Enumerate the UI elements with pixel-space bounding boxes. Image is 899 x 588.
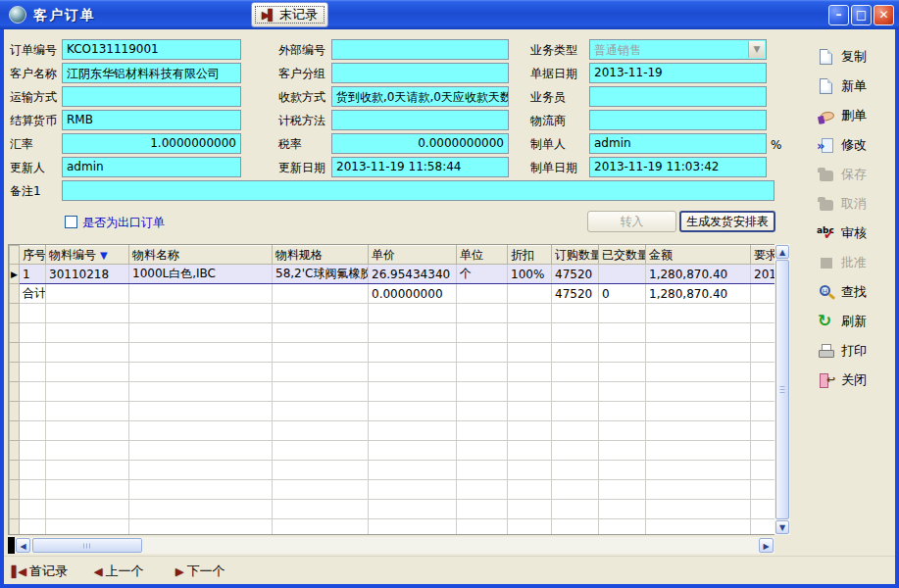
previous-record-icon: ◀ <box>94 565 100 578</box>
close-form-button[interactable]: ↩ 关闭 <box>817 368 895 393</box>
empty-row <box>10 461 776 480</box>
scroll-left-icon[interactable]: ◀ <box>16 538 30 553</box>
audit-button[interactable]: abc✔ 审核 <box>817 220 895 246</box>
logistics-field[interactable] <box>589 110 767 130</box>
new-doc-icon <box>817 77 836 96</box>
close-button[interactable]: ✕ <box>874 5 894 25</box>
table-row[interactable]: ▶ 1 30110218 1000L白色,IBC 58,2'C球阀氟橡胶 26.… <box>10 265 776 284</box>
chevron-down-icon[interactable]: ▼ <box>748 41 765 58</box>
cell-required[interactable]: 201 <box>751 265 776 284</box>
copy-button[interactable]: 复制 <box>817 44 895 70</box>
order-no-field[interactable]: KCO131119001 <box>62 39 241 60</box>
exchange-rate-field[interactable]: 1.0000000000 <box>62 133 241 154</box>
salesperson-field[interactable] <box>589 86 767 107</box>
horizontal-scroll-thumb[interactable] <box>32 538 142 553</box>
percent-label: % <box>771 138 781 152</box>
field-label: 更新日期 <box>278 160 325 176</box>
empty-row <box>10 480 776 500</box>
minimize-button[interactable]: – <box>828 5 849 25</box>
col-header-unit[interactable]: 单位 <box>457 246 508 265</box>
audit-icon: abc✔ <box>817 224 836 243</box>
nav-next-record[interactable]: ▶ 下一个 <box>175 560 225 583</box>
document-date-field[interactable]: 2013-11-19 <box>589 63 767 83</box>
field-label: 运输方式 <box>10 89 57 106</box>
scrollbar-stub <box>8 537 15 554</box>
cell-unit-price[interactable]: 26.95434340 <box>369 265 457 284</box>
maximize-button[interactable]: □ <box>851 5 872 25</box>
business-type-value: 普通销售 <box>594 43 641 57</box>
creator-field[interactable]: admin <box>589 133 767 154</box>
field-label: 税率 <box>278 136 302 153</box>
export-order-label: 是否为出口订单 <box>82 215 165 231</box>
col-header-delivered-qty[interactable]: 已交数量 <box>599 246 646 265</box>
cell-seq[interactable]: 1 <box>20 265 46 284</box>
export-order-checkbox[interactable] <box>65 216 77 228</box>
col-header-discount[interactable]: 折扣 <box>508 246 552 265</box>
col-header-material-spec[interactable]: 物料规格 <box>273 246 369 265</box>
vertical-scroll-thumb[interactable] <box>775 260 789 519</box>
horizontal-scrollbar[interactable]: ◀ ▶ <box>8 537 774 554</box>
copy-icon <box>817 48 836 67</box>
cell-material-code[interactable]: 30110218 <box>46 265 129 284</box>
updater-field[interactable]: admin <box>62 157 241 177</box>
col-header-order-qty[interactable]: 订购数量 <box>552 246 599 265</box>
refresh-button[interactable]: ↻ 刷新 <box>817 309 895 334</box>
cell-material-spec[interactable]: 58,2'C球阀氟橡胶 <box>273 265 369 284</box>
save-icon <box>817 166 836 184</box>
col-header-material-code[interactable]: 物料编号▼ <box>46 246 129 265</box>
cell-material-name[interactable]: 1000L白色,IBC <box>129 265 273 284</box>
col-header-required[interactable]: 要求 <box>751 246 776 265</box>
nav-last-record-button[interactable]: ▶▌ 末记录 <box>251 2 328 27</box>
print-button[interactable]: 打印 <box>817 338 895 364</box>
search-icon: H <box>817 283 836 302</box>
cell-order-qty[interactable]: 47520 <box>552 265 599 284</box>
nav-previous-record[interactable]: ◀ 上一个 <box>94 560 143 583</box>
tax-rate-field[interactable]: 0.0000000000 <box>331 133 509 154</box>
cell-amount[interactable]: 1,280,870.40 <box>646 265 751 284</box>
col-header-unit-price[interactable]: 单价 <box>369 246 457 265</box>
title-bar: 客户订单 – □ ✕ <box>0 0 899 29</box>
cancel-button: 取消 <box>817 191 895 217</box>
cell-discount[interactable]: 100% <box>508 265 552 284</box>
modify-button[interactable]: » 修改 <box>817 132 895 158</box>
transport-mode-field[interactable] <box>62 86 241 107</box>
field-label: 结算货币 <box>10 113 57 129</box>
customer-name-field[interactable]: 江阴东华铝材料科技有限公司 <box>62 63 241 83</box>
field-label: 计税方法 <box>278 113 325 129</box>
grid-header-row: 序号 物料编号▼ 物料名称 物料规格 单价 单位 折扣 订购数量 已交数量 金额… <box>10 246 776 265</box>
create-date-field[interactable]: 2013-11-19 11:03:42 <box>589 157 767 177</box>
external-no-field[interactable] <box>331 39 509 60</box>
nav-first-record[interactable]: ▌◀ 首记录 <box>12 560 68 583</box>
tax-method-field[interactable] <box>331 110 509 130</box>
col-header-material-name[interactable]: 物料名称 <box>129 246 273 265</box>
field-label: 制单日期 <box>530 160 577 176</box>
business-type-dropdown[interactable]: 普通销售 ▼ <box>589 39 767 60</box>
window-title: 客户订单 <box>33 7 96 24</box>
scroll-right-icon[interactable]: ▶ <box>759 538 774 553</box>
remark1-field[interactable] <box>62 180 774 201</box>
col-header-seq[interactable]: 序号 <box>20 246 46 265</box>
customer-group-field[interactable] <box>331 63 509 83</box>
scroll-up-icon[interactable]: ▲ <box>775 245 789 259</box>
field-label: 更新人 <box>10 160 45 176</box>
scroll-down-icon[interactable]: ▼ <box>775 520 789 534</box>
nav-first-label: 首记录 <box>29 563 68 580</box>
cell-delivered-qty[interactable] <box>599 265 646 284</box>
new-order-button[interactable]: 新单 <box>817 74 895 99</box>
empty-row <box>10 519 776 536</box>
col-header-amount[interactable]: 金额 <box>646 246 751 265</box>
currency-field[interactable]: RMB <box>62 110 241 130</box>
payment-method-field[interactable]: 货到收款,0天请款,0天应收款天数 <box>331 86 509 107</box>
cell-unit[interactable]: 个 <box>457 265 508 284</box>
field-label: 物流商 <box>530 113 566 129</box>
vertical-scrollbar[interactable]: ▲ ▼ <box>774 244 790 535</box>
empty-row <box>10 343 776 363</box>
update-date-field[interactable]: 2013-11-19 11:58:44 <box>331 157 509 177</box>
empty-row <box>10 500 776 519</box>
empty-row <box>10 304 776 323</box>
field-label: 业务类型 <box>530 42 577 59</box>
first-record-icon: ▌◀ <box>12 565 25 578</box>
delete-order-button[interactable]: 删单 <box>817 103 895 128</box>
find-button[interactable]: H 查找 <box>817 279 895 305</box>
generate-shipping-plan-button[interactable]: 生成发货安排表 <box>679 211 775 232</box>
